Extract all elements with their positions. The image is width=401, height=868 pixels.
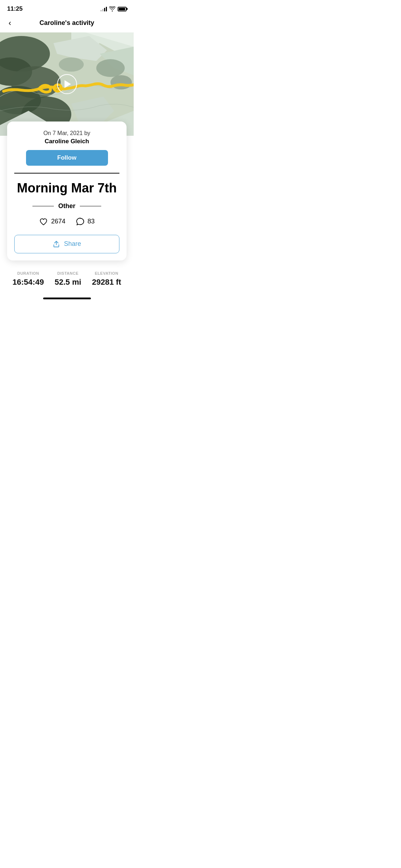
elevation-label: ELEVATION: [92, 271, 121, 275]
svg-point-14: [96, 59, 125, 77]
distance-label: DISTANCE: [55, 271, 81, 275]
likes-stat[interactable]: 2674: [39, 217, 65, 226]
distance-stat: DISTANCE 52.5 mi: [55, 271, 81, 287]
home-indicator: [0, 294, 134, 302]
status-icons: [101, 6, 127, 11]
activity-stats-section: DURATION 16:54:49 DISTANCE 52.5 mi ELEVA…: [0, 260, 134, 294]
comments-count: 83: [88, 218, 95, 225]
elevation-stat: ELEVATION 29281 ft: [92, 271, 121, 287]
card-date-by: On 7 Mar, 2021 by: [14, 130, 119, 136]
share-label: Share: [64, 240, 81, 248]
card-author-section: On 7 Mar, 2021 by Caroline Gleich Follow: [14, 130, 119, 166]
svg-point-16: [59, 57, 84, 72]
status-bar: 11:25: [0, 0, 134, 16]
type-line-right: [80, 206, 101, 207]
duration-stat: DURATION 16:54:49: [12, 271, 44, 287]
engagement-stats-row: 2674 83: [14, 217, 119, 226]
comment-icon: [76, 217, 85, 226]
activity-card: On 7 Mar, 2021 by Caroline Gleich Follow…: [7, 122, 127, 260]
svg-point-15: [110, 75, 132, 89]
divider-top: [14, 173, 119, 174]
map-area[interactable]: [0, 32, 134, 136]
activity-type-row: Other: [14, 202, 119, 210]
heart-icon: [39, 217, 48, 226]
follow-button[interactable]: Follow: [26, 150, 108, 166]
status-time: 11:25: [7, 5, 22, 12]
elevation-value: 29281 ft: [92, 278, 121, 287]
activity-title: Morning Mar 7th: [14, 181, 119, 195]
duration-value: 16:54:49: [12, 278, 44, 287]
share-button[interactable]: Share: [14, 235, 119, 253]
card-author-name: Caroline Gleich: [14, 138, 119, 145]
distance-value: 52.5 mi: [55, 278, 81, 287]
comments-stat[interactable]: 83: [76, 217, 95, 226]
play-icon: [65, 80, 71, 88]
type-line-left: [32, 206, 54, 207]
page-title: Caroline's activity: [40, 19, 94, 27]
share-icon: [52, 240, 60, 248]
play-button[interactable]: [57, 74, 77, 94]
home-bar: [43, 298, 91, 299]
back-button[interactable]: ‹: [7, 17, 12, 29]
signal-icon: [101, 6, 107, 11]
likes-count: 2674: [51, 218, 65, 225]
duration-label: DURATION: [12, 271, 44, 275]
wifi-icon: [109, 6, 115, 11]
battery-icon: [118, 7, 127, 11]
nav-header: ‹ Caroline's activity: [0, 16, 134, 32]
activity-type-label: Other: [58, 202, 75, 210]
